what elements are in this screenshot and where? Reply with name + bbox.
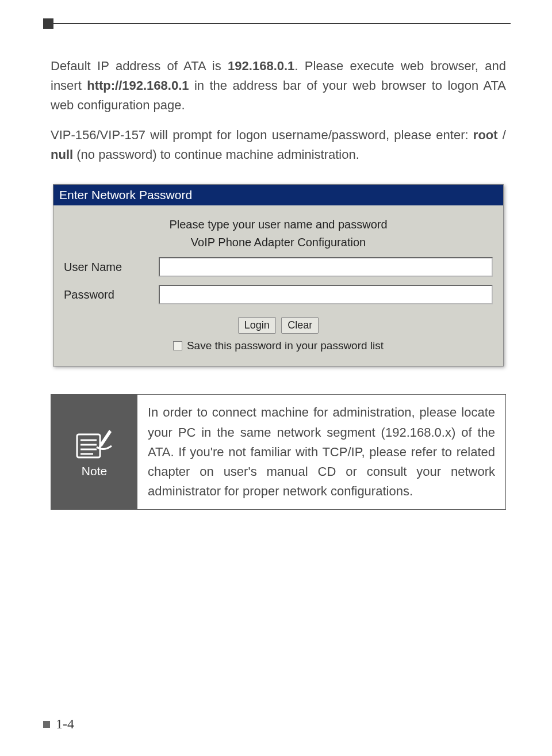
text: (no password) to continue machine admini…: [73, 147, 359, 162]
save-password-label: Save this password in your password list: [187, 339, 384, 352]
paragraph-1: Default IP address of ATA is 192.168.0.1…: [51, 56, 506, 115]
note-write-icon: [74, 426, 115, 460]
username-label: User Name: [64, 261, 159, 274]
note-badge: Note: [51, 395, 137, 509]
password-input[interactable]: [159, 285, 493, 304]
cred-user: root: [473, 128, 498, 142]
save-password-row: Save this password in your password list: [64, 339, 493, 352]
login-dialog: Enter Network Password Please type your …: [53, 184, 504, 366]
text: /: [498, 128, 506, 142]
logon-url: http://192.168.0.1: [87, 78, 189, 93]
header-square-icon: [43, 18, 53, 29]
dialog-subtitle: VoIP Phone Adapter Configuration: [64, 236, 493, 249]
save-password-checkbox[interactable]: [173, 341, 182, 350]
note-text: In order to connect machine for administ…: [137, 395, 505, 509]
dialog-body: Please type your user name and password …: [53, 205, 503, 366]
username-input[interactable]: [159, 257, 493, 277]
page-content: Default IP address of ATA is 192.168.0.1…: [51, 56, 506, 510]
dialog-instruction: Please type your user name and password: [64, 218, 493, 231]
dialog-buttons: Login Clear: [64, 317, 493, 334]
text: Default IP address of ATA is: [51, 59, 228, 73]
password-label: Password: [64, 288, 159, 301]
dialog-title: Enter Network Password: [53, 185, 503, 205]
paragraph-2: VIP-156/VIP-157 will prompt for logon us…: [51, 125, 506, 165]
login-button[interactable]: Login: [238, 317, 276, 334]
username-row: User Name: [64, 257, 493, 277]
default-ip: 192.168.0.1: [228, 59, 294, 73]
clear-button[interactable]: Clear: [281, 317, 319, 334]
page-number: 1-4: [56, 716, 74, 732]
page-footer: 1-4: [43, 716, 74, 732]
note-label: Note: [82, 464, 107, 478]
text: VIP-156/VIP-157 will prompt for logon us…: [51, 128, 473, 142]
footer-square-icon: [43, 721, 50, 728]
header-rule: [43, 23, 511, 24]
cred-pass: null: [51, 147, 73, 162]
password-row: Password: [64, 285, 493, 304]
note-block: Note In order to connect machine for adm…: [51, 394, 506, 509]
